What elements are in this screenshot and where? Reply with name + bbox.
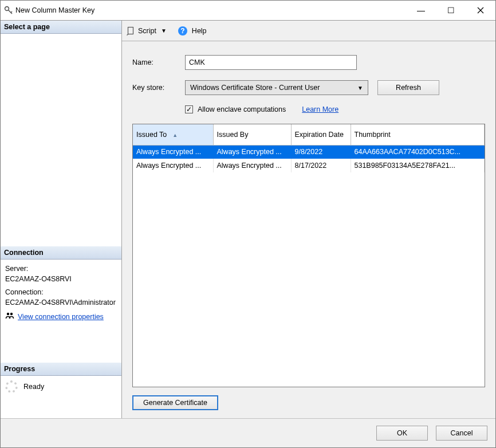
help-button[interactable]: Help [192, 27, 207, 35]
script-button[interactable]: Script [138, 27, 156, 35]
sort-asc-icon: ▲ [172, 132, 178, 138]
connection-header: Connection [1, 246, 121, 260]
titlebar[interactable]: New Column Master Key — ☐ [1, 1, 495, 20]
table-row[interactable]: Always Encrypted ... Always Encrypted ..… [133, 145, 485, 159]
svg-point-0 [5, 7, 9, 11]
close-icon [477, 7, 484, 14]
col-thumbprint[interactable]: Thumbprint [351, 124, 485, 145]
name-input[interactable] [185, 55, 357, 70]
right-pane: Script ▼ ? Help Name: Key store: Windows… [122, 21, 495, 418]
toolbar: Script ▼ ? Help [122, 21, 495, 41]
ok-button[interactable]: OK [376, 426, 428, 441]
name-label: Name: [132, 58, 185, 66]
cancel-label: Cancel [451, 429, 473, 437]
generate-label: Generate Certificate [143, 399, 207, 407]
cert-table: Issued To▲ Issued By Expiration Date Thu… [133, 124, 485, 172]
minimize-icon: — [417, 6, 425, 15]
conn-row: Connection: EC2AMAZ-O4S8RVI\Administrato… [5, 288, 117, 308]
left-pane: Select a page Connection Server: EC2AMAZ… [1, 21, 122, 418]
maximize-icon: ☐ [447, 6, 455, 15]
chevron-down-icon: ▼ [357, 85, 363, 91]
allow-enclave-checkbox[interactable]: ✓ [185, 105, 193, 113]
name-row: Name: [132, 55, 485, 70]
script-dropdown[interactable]: ▼ [161, 27, 167, 34]
keystore-label: Key store: [132, 84, 185, 92]
refresh-button[interactable]: Refresh [377, 80, 439, 95]
col-issued-by[interactable]: Issued By [213, 124, 291, 145]
keystore-dropdown[interactable]: Windows Certificate Store - Current User… [185, 80, 368, 95]
cell-issued-to: Always Encrypted ... [133, 145, 213, 159]
svg-point-6 [10, 313, 13, 315]
server-label: Server: [5, 264, 117, 274]
table-header-row: Issued To▲ Issued By Expiration Date Thu… [133, 124, 485, 145]
view-conn-row: View connection properties [5, 311, 117, 324]
ok-label: OK [397, 429, 407, 437]
table-row[interactable]: Always Encrypted ... Always Encrypted ..… [133, 159, 485, 172]
svg-point-5 [7, 313, 9, 315]
cell-issued-by: Always Encrypted ... [213, 145, 291, 159]
progress-header: Progress [1, 363, 121, 376]
conn-value: EC2AMAZ-O4S8RVI\Administrator [5, 298, 117, 308]
key-icon [4, 6, 13, 15]
cancel-button[interactable]: Cancel [436, 426, 487, 441]
keystore-row: Key store: Windows Certificate Store - C… [132, 80, 485, 95]
minimize-button[interactable]: — [406, 1, 436, 20]
progress-row: Ready [1, 376, 121, 398]
enclave-row: ✓ Allow enclave computations Learn More [185, 105, 485, 113]
col-expiration[interactable]: Expiration Date [291, 124, 351, 145]
connection-block: Server: EC2AMAZ-O4S8RVI Connection: EC2A… [1, 260, 121, 328]
refresh-label: Refresh [396, 84, 421, 92]
cell-thumbprint: 531B985F03134A5E278FA21... [351, 159, 485, 172]
cert-table-wrap: Issued To▲ Issued By Expiration Date Thu… [132, 124, 485, 387]
keystore-value: Windows Certificate Store - Current User [190, 84, 320, 92]
window-buttons: — ☐ [406, 1, 495, 20]
cell-expiration: 9/8/2022 [291, 145, 351, 159]
col-issued-to[interactable]: Issued To▲ [133, 124, 213, 145]
help-icon: ? [178, 26, 187, 36]
generate-certificate-button[interactable]: Generate Certificate [132, 395, 218, 410]
window-root: New Column Master Key — ☐ Select a page … [0, 0, 496, 448]
cell-issued-to: Always Encrypted ... [133, 159, 213, 172]
maximize-button[interactable]: ☐ [436, 1, 466, 20]
cell-issued-by: Always Encrypted ... [213, 159, 291, 172]
col-issued-to-label: Issued To [136, 131, 167, 139]
svg-line-2 [11, 11, 12, 13]
people-icon [5, 311, 14, 324]
allow-enclave-label: Allow enclave computations [198, 105, 286, 113]
svg-rect-7 [128, 27, 133, 34]
generate-row: Generate Certificate [132, 387, 485, 410]
cell-expiration: 8/17/2022 [291, 159, 351, 172]
progress-spinner-icon [5, 380, 18, 393]
learn-more-link[interactable]: Learn More [302, 105, 338, 113]
main-form: Name: Key store: Windows Certificate Sto… [122, 41, 495, 418]
window-title: New Column Master Key [15, 6, 95, 14]
server-value: EC2AMAZ-O4S8RVI [5, 274, 117, 285]
cell-thumbprint: 64AA663AACA77402D0C513C... [351, 145, 485, 159]
conn-label: Connection: [5, 288, 117, 298]
select-page-header: Select a page [1, 21, 121, 34]
page-list [1, 34, 121, 246]
view-connection-properties-link[interactable]: View connection properties [18, 312, 104, 323]
server-row: Server: EC2AMAZ-O4S8RVI [5, 264, 117, 284]
content: Select a page Connection Server: EC2AMAZ… [1, 21, 495, 419]
footer: OK Cancel [1, 419, 495, 447]
script-icon [127, 26, 136, 36]
close-button[interactable] [466, 1, 495, 20]
progress-status: Ready [23, 383, 44, 391]
